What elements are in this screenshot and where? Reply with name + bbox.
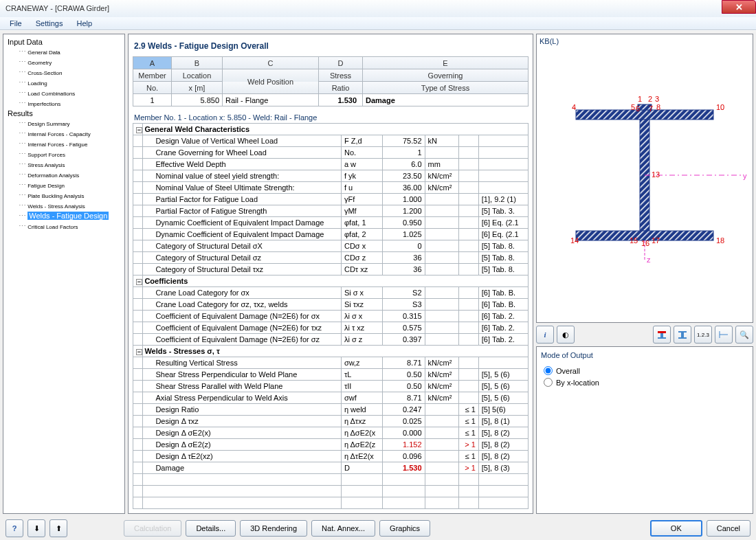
svg-text:6: 6 <box>636 104 640 113</box>
detail-row[interactable]: Partial Factor of Fatigue StrengthγMf1.2… <box>133 205 529 217</box>
menu-file[interactable]: File <box>3 18 29 29</box>
col-c[interactable]: C <box>223 57 319 69</box>
panel-title: 2.9 Welds - Fatigue Design Overall <box>133 38 529 56</box>
tree-item[interactable]: ⋯ Plate Buckling Analysis <box>5 190 123 201</box>
svg-rect-30 <box>678 337 687 339</box>
detail-row[interactable]: Design Δ τE2(xz)η ΔτE2(x0.096≤ 1[5], 8 (… <box>133 451 529 462</box>
svg-text:16: 16 <box>641 239 649 247</box>
section-header[interactable]: −Welds - Stresses σ, τ <box>133 346 529 357</box>
close-button[interactable]: ✕ <box>722 0 756 14</box>
tree-item[interactable]: ⋯ Cross-Section <box>5 67 123 78</box>
tree-item[interactable]: ⋯ Support Forces <box>5 149 123 159</box>
summary-table[interactable]: A B C D E Member Location Weld Position … <box>133 56 529 106</box>
tree-results[interactable]: Results <box>5 109 123 118</box>
detail-row[interactable]: Category of Structural Detail σzCDσ z36[… <box>133 252 529 264</box>
detail-row[interactable]: Effective Weld Deptha w6.0mm <box>133 159 529 170</box>
detail-row[interactable]: Dynamic Coefficient of Equivalent Impact… <box>133 217 529 229</box>
detail-row[interactable]: Crane Governing for Wheel LoadNo.1 <box>133 147 529 159</box>
detail-row[interactable]: Design Δ τxzη Δτxz0.025≤ 1[5], 8 (1) <box>133 416 529 427</box>
nav-tree[interactable]: Input Data ⋯ General Data⋯ Geometry⋯ Cro… <box>3 34 125 514</box>
col-a[interactable]: A <box>133 57 172 69</box>
detail-row[interactable]: Partial Factor for Fatigue LoadγFf1.000[… <box>133 194 529 205</box>
dimensions-button[interactable] <box>715 326 733 344</box>
detail-row[interactable]: Nominal Value of Steel Ultimate Strength… <box>133 182 529 194</box>
detail-row[interactable]: Category of Structural Detail τxzCDτ xz3… <box>133 264 529 275</box>
detail-row[interactable]: Crane Load Category for σz, τxz, weldsSi… <box>133 299 529 311</box>
help-button[interactable]: ? <box>5 519 23 537</box>
col-b[interactable]: B <box>172 57 223 69</box>
info-button[interactable]: i <box>536 326 554 344</box>
tree-item[interactable]: ⋯ Geometry <box>5 57 123 67</box>
tree-item[interactable]: ⋯ Load Combinations <box>5 88 123 98</box>
detail-table[interactable]: −General Weld CharacteristicsDesign Valu… <box>133 123 529 509</box>
stress-points-button[interactable]: ◐ <box>557 326 575 344</box>
svg-text:4: 4 <box>572 103 576 111</box>
ok-button[interactable]: OK <box>650 520 702 537</box>
detail-header: Member No. 1 - Location x: 5.850 - Weld:… <box>133 106 529 123</box>
detail-row[interactable]: Resulting Vertical Stressσw,z8.71kN/cm² <box>133 357 529 369</box>
svg-text:5: 5 <box>631 103 635 111</box>
view-2-button[interactable] <box>674 326 691 344</box>
svg-text:1: 1 <box>638 95 642 103</box>
detail-row[interactable]: Nominal value of steel yield strength:f … <box>133 170 529 182</box>
svg-rect-26 <box>660 333 663 337</box>
tree-item[interactable]: ⋯ Fatigue Design <box>5 180 123 190</box>
footer: ? ⬇ ⬆ Calculation Details... 3D Renderin… <box>0 517 756 540</box>
detail-row[interactable]: Axial Stress Perpendicular to Weld Axisσ… <box>133 392 529 404</box>
detail-row[interactable]: Crane Load Category for σxSi σ xS2[6] Ta… <box>133 287 529 299</box>
detail-row[interactable]: Design Value of Vertical Wheel LoadF Z,d… <box>133 135 529 147</box>
detail-row[interactable]: DamageD1.530> 1[5], 8 (3) <box>133 462 529 474</box>
tree-item[interactable]: ⋯ Welds - Stress Analysis <box>5 201 123 211</box>
annex-button[interactable]: Nat. Annex... <box>311 520 375 537</box>
detail-row[interactable]: Coefficient of Equivalent Damage (N=2E6)… <box>133 334 529 346</box>
rendering-button[interactable]: 3D Rendering <box>240 520 307 537</box>
svg-text:z: z <box>647 256 651 264</box>
ibeam-diagram: y z 123 456 7810 13 141516 1718 <box>542 76 748 282</box>
col-d[interactable]: D <box>319 57 363 69</box>
tree-item[interactable]: ⋯ Loading <box>5 78 123 88</box>
menu-settings[interactable]: Settings <box>29 18 70 29</box>
graphics-button[interactable]: Graphics <box>379 520 430 537</box>
values-button[interactable]: 1.2.3 <box>694 326 712 344</box>
svg-text:10: 10 <box>716 103 724 111</box>
detail-row[interactable]: Dynamic Coefficient of Equivalent Impact… <box>133 229 529 240</box>
details-button[interactable]: Details... <box>186 520 236 537</box>
calculation-button[interactable]: Calculation <box>124 520 181 537</box>
radio-by-x[interactable]: By x-location <box>541 376 748 388</box>
tree-item[interactable]: ⋯ Stress Analysis <box>5 159 123 170</box>
detail-row[interactable]: Category of Structural Detail σXCDσ x0[5… <box>133 240 529 252</box>
section-preview[interactable]: KB(L) y z 123 <box>536 34 753 323</box>
detail-row[interactable]: Shear Stress Perpendicular to Weld Plane… <box>133 369 529 381</box>
svg-rect-25 <box>658 331 666 333</box>
tree-item[interactable]: ⋯ Internal Forces - Fatigue <box>5 139 123 149</box>
detail-row[interactable]: Coefficient of Equivalent Damage (N=2E6)… <box>133 322 529 334</box>
tree-item[interactable]: ⋯ General Data <box>5 47 123 57</box>
svg-rect-27 <box>658 337 666 339</box>
tree-item[interactable]: ⋯ Internal Forces - Capacity <box>5 128 123 139</box>
svg-text:y: y <box>743 172 747 180</box>
detail-row[interactable]: Design Δ σE2(x)η ΔσE2(x0.000≤ 1[5], 8 (2… <box>133 427 529 439</box>
svg-text:13: 13 <box>652 170 660 179</box>
col-e[interactable]: E <box>363 57 529 69</box>
tree-item[interactable]: ⋯ Critical Load Factors <box>5 221 123 232</box>
detail-row[interactable]: Design Δ σE2(z)η ΔσE2(z1.152> 1[5], 8 (2… <box>133 439 529 451</box>
import-button[interactable]: ⬇ <box>27 519 45 537</box>
tree-item[interactable]: ⋯ Imperfections <box>5 98 123 109</box>
svg-text:3: 3 <box>655 95 659 103</box>
menu-help[interactable]: Help <box>69 18 99 29</box>
view-1-button[interactable] <box>653 326 671 344</box>
radio-overall[interactable]: Overall <box>541 365 748 376</box>
cancel-button[interactable]: Cancel <box>707 520 751 537</box>
tree-item[interactable]: ⋯ Welds - Fatigue Design <box>5 211 123 221</box>
tree-item[interactable]: ⋯ Deformation Analysis <box>5 170 123 180</box>
detail-row[interactable]: Shear Stress Parallel with Weld PlaneτII… <box>133 381 529 392</box>
detail-row[interactable]: Design Ratioη weld0.247≤ 1[5] 5(6) <box>133 404 529 416</box>
tree-item[interactable]: ⋯ Design Summary <box>5 118 123 128</box>
detail-row[interactable]: Coefficient of Equivalent Damage (N=2E6)… <box>133 311 529 322</box>
section-header[interactable]: −Coefficients <box>133 275 529 287</box>
tree-input-data[interactable]: Input Data <box>5 37 123 47</box>
table-row[interactable]: 1 5.850 Rail - Flange 1.530 Damage <box>133 94 529 106</box>
export-button[interactable]: ⬆ <box>49 519 67 537</box>
section-header[interactable]: −General Weld Characteristics <box>133 124 529 135</box>
print-button[interactable]: 🔍 <box>735 326 753 344</box>
